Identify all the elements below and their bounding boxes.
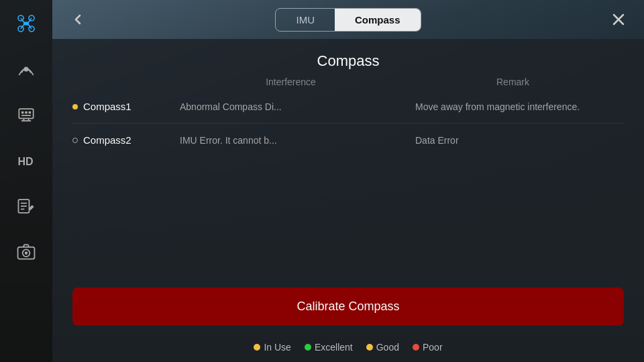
legend-dot-excellent bbox=[305, 344, 311, 351]
row-interference-compass2: IMU Error. It cannot b... bbox=[180, 135, 402, 146]
top-bar: IMU Compass bbox=[52, 0, 644, 39]
row-remark-compass2: Data Error bbox=[402, 135, 624, 146]
status-dot-compass1 bbox=[72, 104, 78, 109]
table-row: Compass1 Abnormal Compass Di... Move awa… bbox=[72, 90, 624, 124]
calibrate-button[interactable]: Calibrate Compass bbox=[72, 287, 624, 326]
legend-dot-inuse bbox=[254, 344, 260, 351]
modal-overlay: IMU Compass Compass Interference Remark … bbox=[52, 0, 644, 362]
svg-rect-11 bbox=[21, 111, 24, 114]
modal-title: Compass bbox=[52, 39, 644, 74]
legend-item-inuse: In Use bbox=[254, 342, 290, 353]
table-header: Interference Remark bbox=[52, 74, 644, 90]
svg-point-25 bbox=[25, 252, 28, 255]
sidebar-item-device[interactable] bbox=[9, 98, 43, 132]
row-label-compass2: Compass2 bbox=[72, 134, 180, 146]
table-row: Compass2 IMU Error. It cannot b... Data … bbox=[72, 124, 624, 156]
svg-rect-13 bbox=[29, 111, 32, 114]
row-label-compass1: Compass1 bbox=[72, 101, 180, 112]
legend-dot-good bbox=[366, 344, 373, 351]
legend-dot-poor bbox=[413, 344, 419, 351]
status-dot-compass2 bbox=[72, 138, 78, 143]
svg-rect-14 bbox=[21, 115, 31, 116]
svg-rect-10 bbox=[19, 109, 33, 118]
sidebar-item-edit[interactable] bbox=[9, 189, 43, 223]
tab-group: IMU Compass bbox=[275, 8, 421, 32]
legend-item-good: Good bbox=[366, 342, 399, 353]
svg-text:HD: HD bbox=[18, 156, 34, 167]
tab-compass[interactable]: Compass bbox=[335, 9, 421, 31]
svg-rect-8 bbox=[23, 22, 29, 26]
sidebar-item-drone[interactable] bbox=[9, 7, 43, 40]
sidebar: HD bbox=[0, 0, 52, 362]
tab-imu[interactable]: IMU bbox=[276, 9, 335, 31]
legend: In Use Excellent Good Poor bbox=[52, 336, 644, 362]
row-interference-compass1: Abnormal Compass Di... bbox=[180, 101, 402, 112]
legend-item-poor: Poor bbox=[413, 342, 443, 353]
sidebar-item-signal[interactable] bbox=[9, 52, 43, 86]
back-button[interactable] bbox=[66, 7, 90, 32]
sidebar-item-hd[interactable]: HD bbox=[9, 144, 43, 177]
close-button[interactable] bbox=[606, 7, 631, 32]
col-header-interference: Interference bbox=[180, 77, 402, 87]
row-remark-compass1: Move away from magnetic interference. bbox=[402, 101, 624, 112]
col-header-remark: Remark bbox=[402, 77, 624, 87]
svg-rect-12 bbox=[25, 111, 28, 114]
modal-content: Compass Interference Remark Compass1 Abn… bbox=[52, 39, 644, 362]
legend-item-excellent: Excellent bbox=[305, 342, 353, 353]
table-body: Compass1 Abnormal Compass Di... Move awa… bbox=[52, 90, 644, 277]
sidebar-item-camera[interactable] bbox=[9, 235, 43, 269]
